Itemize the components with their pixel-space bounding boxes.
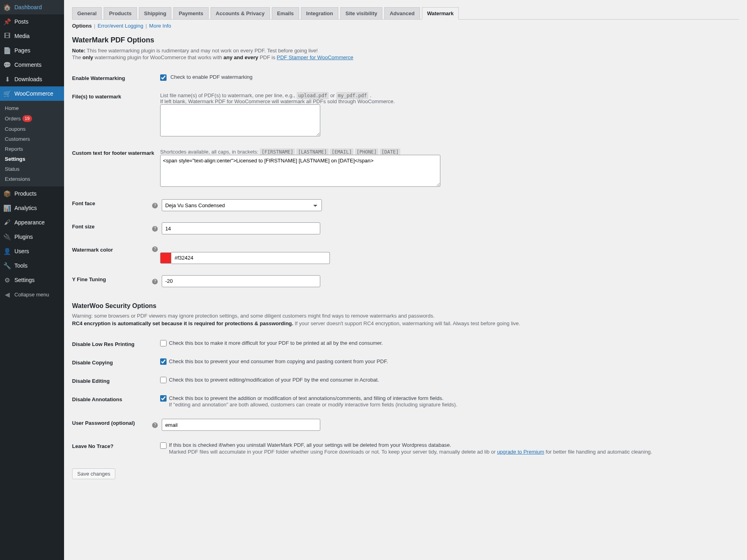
- checkbox-enable-watermarking[interactable]: [160, 74, 167, 81]
- desc-files-line2: If left blank, Watermark PDF for WooComm…: [160, 98, 739, 104]
- appearance-icon: 🖌: [3, 218, 11, 226]
- label-font-size: Font size: [72, 222, 160, 234]
- textarea-custom-text[interactable]: <span style="text-align:center">Licensed…: [160, 155, 440, 187]
- help-icon[interactable]: ?: [152, 246, 158, 252]
- help-icon[interactable]: ?: [152, 226, 158, 232]
- sidebar-item-analytics[interactable]: 📊Analytics: [0, 201, 64, 215]
- textarea-files[interactable]: [160, 104, 320, 136]
- sidebar-item-label: Media: [14, 33, 30, 39]
- sidebar-item-downloads[interactable]: ⬇Downloads: [0, 72, 64, 86]
- sidebar-item-users[interactable]: 👤Users: [0, 244, 64, 258]
- sidebar-item-label: Products: [14, 190, 36, 197]
- sidebar-item-dashboard[interactable]: 🏠Dashboard: [0, 0, 64, 14]
- cart-icon: 🛒: [3, 90, 11, 98]
- collapse-menu-button[interactable]: ◀ Collapse menu: [0, 287, 64, 302]
- submenu-item-reports[interactable]: Reports: [0, 144, 64, 154]
- submenu-item-orders[interactable]: Orders19: [0, 113, 64, 124]
- media-icon: 🎞: [3, 32, 11, 40]
- sidebar-item-tools[interactable]: 🔧Tools: [0, 258, 64, 273]
- submenu-item-coupons[interactable]: Coupons: [0, 124, 64, 134]
- submenu-item-label: Customers: [5, 136, 30, 142]
- label-disable-annotations: Disable Annotations: [72, 395, 160, 408]
- sidebar-item-label: Analytics: [14, 205, 37, 211]
- desc-disable-annotations-1: Check this box to prevent the addition o…: [169, 395, 444, 401]
- downloads-icon: ⬇: [3, 75, 11, 83]
- warning-line-1: Warning: some browsers or PDF viewers ma…: [72, 313, 739, 319]
- badge-count: 19: [22, 115, 32, 122]
- subnav-error-logging[interactable]: Error/event Logging: [98, 23, 143, 29]
- enable-watermarking-wrap[interactable]: Check to enable PDF watermarking: [160, 74, 253, 80]
- sidebar-item-woocommerce[interactable]: 🛒 WooCommerce: [0, 86, 64, 101]
- submenu-item-settings[interactable]: Settings: [0, 154, 64, 164]
- select-font-face[interactable]: Deja Vu Sans Condensed: [162, 199, 322, 211]
- sidebar-submenu: HomeOrders19CouponsCustomersReportsSetti…: [0, 101, 64, 186]
- checkbox-disable-annotations[interactable]: [160, 395, 167, 402]
- subnav-more-info[interactable]: More Info: [149, 23, 171, 29]
- note-line-2: The only watermarking plugin for WooComm…: [72, 54, 739, 60]
- tab-payments[interactable]: Payments: [173, 7, 208, 19]
- input-user-password[interactable]: [162, 419, 320, 431]
- desc-shortcodes: Shortcodes available, all caps, in brack…: [160, 149, 739, 155]
- sidebar-item-label: WooCommerce: [14, 90, 53, 97]
- warning-line-2: RC4 encryption is automatically set beca…: [72, 320, 739, 326]
- sidebar-item-label: Dashboard: [14, 4, 42, 10]
- checkbox-disable-copying[interactable]: [160, 358, 167, 365]
- link-upgrade-premium[interactable]: upgrade to Premium: [497, 449, 544, 455]
- sidebar-item-posts[interactable]: 📌Posts: [0, 14, 64, 29]
- link-pdf-stamper[interactable]: PDF Stamper for WooCommerce: [277, 54, 353, 60]
- sidebar-item-label: Users: [14, 248, 29, 254]
- submenu-item-label: Settings: [5, 156, 25, 162]
- color-swatch[interactable]: [160, 252, 171, 264]
- tab-integration[interactable]: Integration: [301, 7, 338, 19]
- tab-general[interactable]: General: [72, 7, 102, 19]
- help-icon[interactable]: ?: [152, 203, 158, 208]
- tab-watermark[interactable]: Watermark: [422, 7, 459, 20]
- collapse-label: Collapse menu: [14, 292, 49, 298]
- sidebar-item-label: Pages: [14, 47, 30, 54]
- submenu-item-extensions[interactable]: Extensions: [0, 174, 64, 184]
- label-disable-lowres: Disable Low Res Printing: [72, 340, 160, 347]
- tab-site-visibility[interactable]: Site visibility: [340, 7, 382, 19]
- help-icon[interactable]: ?: [152, 279, 158, 284]
- sidebar-item-label: Plugins: [14, 234, 33, 240]
- tools-icon: 🔧: [3, 262, 11, 270]
- note-prefix: Note:: [72, 48, 85, 54]
- sidebar-item-label: Comments: [14, 62, 42, 68]
- analytics-icon: 📊: [3, 204, 11, 212]
- dashboard-icon: 🏠: [3, 3, 11, 11]
- checkbox-leave-no-trace[interactable]: [160, 442, 167, 449]
- desc-files-line1: List file name(s) of PDF(s) to watermark…: [160, 92, 739, 98]
- submenu-item-home[interactable]: Home: [0, 103, 64, 113]
- tab-accounts-privacy[interactable]: Accounts & Privacy: [211, 7, 270, 19]
- tab-emails[interactable]: Emails: [272, 7, 299, 19]
- section-title-watermark: WaterMark PDF Options: [72, 36, 739, 44]
- input-watermark-color[interactable]: [171, 252, 330, 264]
- input-font-size[interactable]: [162, 222, 320, 234]
- sidebar-item-comments[interactable]: 💬Comments: [0, 58, 64, 72]
- sidebar-item-label: Settings: [14, 277, 35, 283]
- submenu-item-status[interactable]: Status: [0, 164, 64, 174]
- tab-advanced[interactable]: Advanced: [384, 7, 420, 19]
- sidebar-item-plugins[interactable]: 🔌Plugins: [0, 230, 64, 244]
- tab-products[interactable]: Products: [104, 7, 137, 19]
- sidebar-item-products[interactable]: 📦Products: [0, 186, 64, 201]
- settings-icon: ⚙: [3, 276, 11, 284]
- label-font-face: Font face: [72, 199, 160, 211]
- label-leave-no-trace: Leave No Trace?: [72, 442, 160, 455]
- collapse-icon: ◀: [3, 290, 11, 298]
- save-changes-button[interactable]: Save changes: [72, 468, 115, 479]
- checkbox-disable-editing[interactable]: [160, 377, 167, 383]
- tab-shipping[interactable]: Shipping: [139, 7, 172, 19]
- sidebar-item-label: Tools: [14, 262, 28, 269]
- sidebar-item-settings[interactable]: ⚙Settings: [0, 273, 64, 287]
- sidebar-item-appearance[interactable]: 🖌Appearance: [0, 215, 64, 230]
- input-y-tuning[interactable]: [162, 275, 320, 287]
- sidebar-item-media[interactable]: 🎞Media: [0, 29, 64, 43]
- section-title-security: WaterWoo Security Options: [72, 302, 739, 310]
- posts-icon: 📌: [3, 18, 11, 26]
- subnav-options[interactable]: Options: [72, 23, 92, 29]
- checkbox-disable-lowres[interactable]: [160, 340, 167, 346]
- sidebar-item-label: Posts: [14, 18, 28, 25]
- sidebar-item-pages[interactable]: 📄Pages: [0, 43, 64, 58]
- submenu-item-customers[interactable]: Customers: [0, 134, 64, 144]
